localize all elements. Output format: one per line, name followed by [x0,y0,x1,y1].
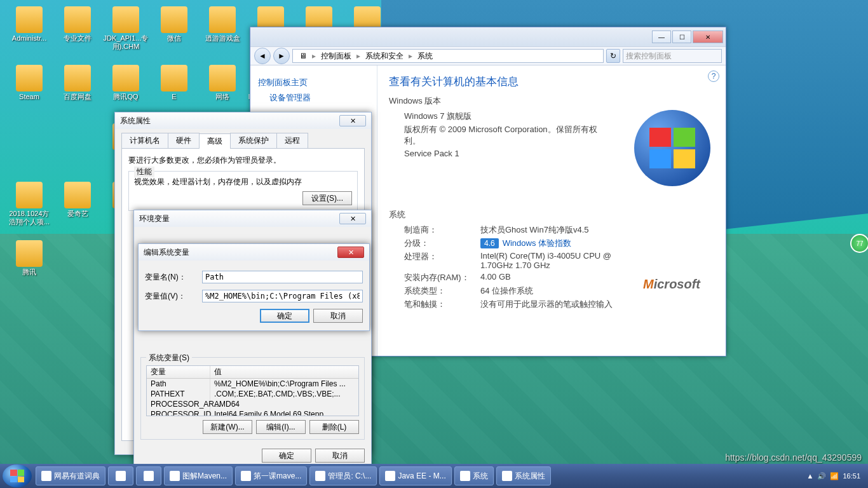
tabs: 计算机名 硬件 高级 系统保护 远程 [121,133,365,149]
search-input[interactable]: 搜索控制面板 [623,49,722,63]
dialog-title: 系统属性 [120,116,151,126]
system-variables-table[interactable]: 变量值 Path%M2_HOME%\bin;C:\Program Files .… [146,365,359,416]
desktop-icon[interactable]: 微信 [150,5,198,61]
sidebar-control-panel-home[interactable]: 控制面板主页 [258,77,369,88]
minimize-button[interactable]: — [652,30,671,43]
system-tray[interactable]: ▲ 🔊 📶 16:51 [802,472,865,480]
table-row[interactable]: Path%M2_HOME%\bin;C:\Program Files ... [147,379,358,389]
taskbar-item[interactable] [108,466,133,485]
breadcrumb[interactable]: 🖥▸ 控制面板▸ 系统和安全▸ 系统 [292,49,604,63]
close-button[interactable]: ✕ [337,247,364,258]
page-heading: 查看有关计算机的基本信息 [389,74,714,89]
clock[interactable]: 16:51 [843,472,860,480]
tab-advanced[interactable]: 高级 [199,133,231,149]
tab-computer-name[interactable]: 计算机名 [121,133,168,148]
var-value-input[interactable] [202,290,363,302]
table-row[interactable]: PROCESSOR_IDIntel64 Family 6 Model 69 St… [147,409,358,416]
desktop-icon[interactable]: E [150,64,198,119]
new-var-button[interactable]: 新建(W)... [203,420,252,434]
maximize-button[interactable]: ☐ [672,30,691,43]
edit-var-button[interactable]: 编辑(I)... [256,420,306,434]
table-row[interactable]: PROCESSOR_AR...AMD64 [147,399,358,409]
section-system: 系统 [389,209,714,220]
close-button[interactable]: ✕ [339,213,366,224]
desktop-icon[interactable]: Administr... [5,5,53,61]
var-name-input[interactable] [202,271,363,283]
desktop-icon[interactable]: 2018.1024方浩翔个人项... [5,180,53,236]
dialog-title: 编辑系统变量 [144,247,189,258]
watermark: https://blog.csdn.net/qq_43290599 [725,452,862,463]
taskbar-item[interactable] [136,466,161,485]
taskbar-item[interactable]: 系统 [454,466,494,485]
experience-index-link[interactable]: Windows 体验指数 [503,238,571,249]
taskbar: 网易有道词典图解Maven...第一课mave...管理员: C:\...Jav… [0,464,868,488]
tab-hardware[interactable]: 硬件 [168,133,200,148]
tray-icon[interactable]: 📶 [830,472,839,480]
desktop-icon[interactable]: 逍游游戏盒 [198,5,247,61]
dialog-title: 环境变量 [139,214,170,224]
var-value-label: 变量值(V)： [145,291,202,302]
taskbar-item[interactable]: 图解Maven... [164,466,233,485]
ok-button[interactable]: 确定 [260,309,309,323]
desktop-icon[interactable]: 爱奇艺 [53,180,102,236]
tab-remote[interactable]: 远程 [276,133,308,148]
address-bar: ◄ ► 🖥▸ 控制面板▸ 系统和安全▸ 系统 ↻ 搜索控制面板 [250,46,726,65]
desktop-icon[interactable]: 网络 [198,64,247,119]
performance-group: 性能 视觉效果，处理器计划，内存使用，以及虚拟内存 设置(S)... [128,171,358,211]
desktop-icon[interactable]: 腾讯QQ [102,64,150,119]
microsoft-logo-icon: Microsoft [643,277,713,295]
tab-system-protection[interactable]: 系统保护 [230,133,277,148]
tray-icon[interactable]: ▲ [807,472,814,480]
cancel-button[interactable]: 取消 [315,449,365,463]
close-button[interactable]: ✕ [339,115,366,126]
taskbar-item[interactable]: 网易有道词典 [36,466,105,485]
start-button[interactable] [3,464,32,487]
cancel-button[interactable]: 取消 [313,309,363,323]
table-row[interactable]: PATHEXT.COM;.EXE;.BAT;.CMD;.VBS;.VBE;... [147,389,358,399]
desktop-icon[interactable]: JDK_API1...专用).CHM [102,5,150,61]
forward-button[interactable]: ► [273,48,290,64]
system-variables-group: 系统变量(S) 变量值 Path%M2_HOME%\bin;C:\Program… [140,357,365,440]
sidebar-device-manager[interactable]: 设备管理器 [269,92,369,104]
admin-note: 要进行大多数更改，您必须作为管理员登录。 [128,155,358,166]
taskbar-item[interactable]: Java EE - M... [379,466,451,485]
desktop-icon[interactable]: 百度网盘 [53,64,102,119]
edit-system-variable-dialog: 编辑系统变量✕ 变量名(N)： 变量值(V)： 确定 取消 [138,243,370,331]
taskbar-item[interactable]: 管理员: C:\... [309,466,377,485]
close-button[interactable]: ✕ [693,30,723,43]
performance-settings-button[interactable]: 设置(S)... [302,191,352,205]
explorer-titlebar[interactable]: — ☐ ✕ [250,27,726,46]
var-name-label: 变量名(N)： [145,272,202,283]
delete-var-button[interactable]: 删除(L) [309,420,359,434]
windows-logo-icon [634,110,710,186]
explorer-content: 查看有关计算机的基本信息 Windows 版本 Windows 7 旗舰版 版权… [377,65,726,356]
section-windows-edition: Windows 版本 [389,95,714,107]
desktop-icon[interactable]: Steam [5,64,53,119]
refresh-button[interactable]: ↻ [606,49,620,63]
taskbar-item[interactable]: 系统属性 [496,466,551,485]
tray-icon[interactable]: 🔊 [817,472,826,480]
desktop-icon[interactable]: 专业文件 [53,5,102,61]
back-button[interactable]: ◄ [254,48,271,64]
desktop-icon[interactable]: 腾讯 [5,239,53,295]
taskbar-item[interactable]: 第一课mave... [235,466,307,485]
ok-button[interactable]: 确定 [262,449,311,463]
